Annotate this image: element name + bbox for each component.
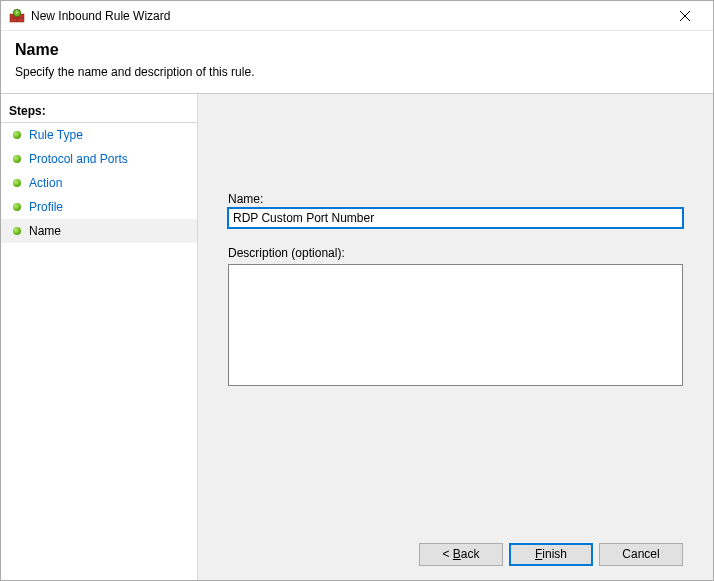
close-button[interactable]	[665, 2, 705, 30]
wizard-window: New Inbound Rule Wizard Name Specify the…	[0, 0, 714, 581]
name-label: Name:	[228, 192, 683, 206]
step-label: Protocol and Ports	[29, 152, 128, 166]
back-button[interactable]: < Back	[419, 543, 503, 566]
cancel-button[interactable]: Cancel	[599, 543, 683, 566]
step-bullet-icon	[13, 227, 21, 235]
step-bullet-icon	[13, 131, 21, 139]
step-profile[interactable]: Profile	[1, 195, 197, 219]
firewall-icon	[9, 8, 25, 24]
window-title: New Inbound Rule Wizard	[31, 9, 665, 23]
form-area: Name: Description (optional):	[228, 112, 683, 533]
description-input[interactable]	[228, 264, 683, 386]
finish-button[interactable]: Finish	[509, 543, 593, 566]
step-bullet-icon	[13, 179, 21, 187]
button-row: < Back Finish Cancel	[228, 533, 683, 566]
step-label: Action	[29, 176, 62, 190]
steps-heading: Steps:	[1, 100, 197, 123]
page-subtitle: Specify the name and description of this…	[15, 65, 699, 79]
description-field-block: Description (optional):	[228, 246, 683, 389]
step-label: Name	[29, 224, 61, 238]
name-input[interactable]	[228, 208, 683, 228]
step-protocol-and-ports[interactable]: Protocol and Ports	[1, 147, 197, 171]
step-bullet-icon	[13, 203, 21, 211]
step-action[interactable]: Action	[1, 171, 197, 195]
main-panel: Name: Description (optional): < Back Fin…	[197, 94, 713, 580]
body: Steps: Rule Type Protocol and Ports Acti…	[1, 94, 713, 580]
header: Name Specify the name and description of…	[1, 31, 713, 94]
step-label: Rule Type	[29, 128, 83, 142]
name-field-block: Name:	[228, 192, 683, 228]
page-heading: Name	[15, 41, 699, 59]
titlebar: New Inbound Rule Wizard	[1, 1, 713, 31]
step-bullet-icon	[13, 155, 21, 163]
description-label: Description (optional):	[228, 246, 683, 260]
steps-sidebar: Steps: Rule Type Protocol and Ports Acti…	[1, 94, 197, 580]
step-rule-type[interactable]: Rule Type	[1, 123, 197, 147]
step-label: Profile	[29, 200, 63, 214]
step-name[interactable]: Name	[1, 219, 197, 243]
